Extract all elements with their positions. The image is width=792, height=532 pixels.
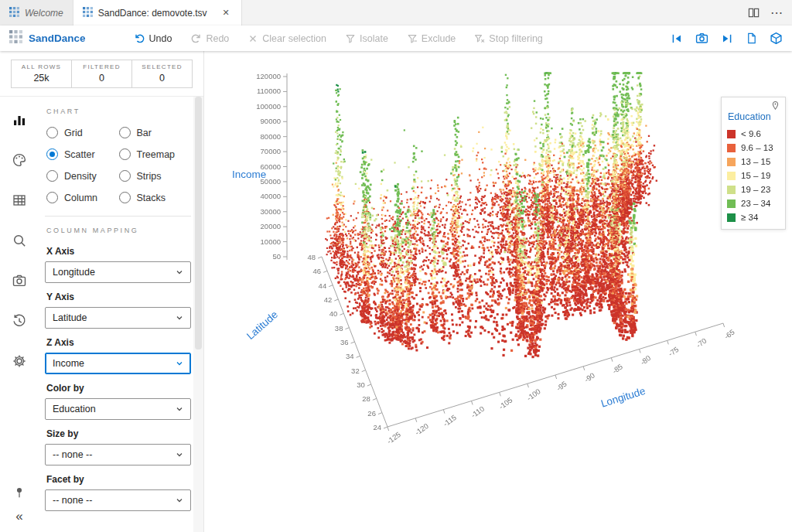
legend-swatch xyxy=(727,158,736,166)
app-window: Welcome SandDance: demovote.tsv ✕ ⋯ Sand… xyxy=(0,0,792,532)
chart-type-option-column[interactable]: Column xyxy=(46,192,119,203)
stop-filtering-icon xyxy=(474,33,485,44)
legend-item[interactable]: ≥ 34 xyxy=(727,213,780,222)
chart-type-option-treemap[interactable]: Treemap xyxy=(119,148,192,160)
redo-button[interactable]: Redo xyxy=(190,32,229,44)
chart-area: Education < 9.6 9.6 – 13 13 – 15 15 – 19… xyxy=(204,51,792,532)
legend-swatch xyxy=(727,200,736,208)
app-header: SandDance Undo Redo Clear selection Isol… xyxy=(0,26,792,51)
pin-panel-icon[interactable] xyxy=(0,479,39,506)
legend-item[interactable]: 23 – 34 xyxy=(727,199,780,208)
chart-type-option-grid[interactable]: Grid xyxy=(46,127,119,138)
column-mapping-title: COLUMN MAPPING xyxy=(46,227,191,234)
sidebar-item-chart[interactable] xyxy=(0,100,39,140)
section-divider xyxy=(45,216,191,217)
undo-button[interactable]: Undo xyxy=(134,32,172,44)
x-axis-dropdown[interactable]: Longitude xyxy=(45,261,191,283)
z-axis-dropdown[interactable]: Income xyxy=(45,353,191,374)
close-tab-icon[interactable]: ✕ xyxy=(220,7,232,19)
z-axis-field: Z Axis Income xyxy=(45,337,191,374)
sidebar-icon-strip: « xyxy=(0,97,39,532)
chart-type-option-stacks[interactable]: Stacks xyxy=(119,192,192,203)
sidebar-item-color[interactable] xyxy=(0,140,39,180)
legend-swatch xyxy=(727,130,736,138)
sanddance-logo-icon xyxy=(9,7,19,19)
y-axis-field: Y Axis Latitude xyxy=(45,292,191,329)
editor-tab-bar: Welcome SandDance: demovote.tsv ✕ ⋯ xyxy=(0,0,792,26)
chart-type-option-density[interactable]: Density xyxy=(46,170,119,182)
y-axis-dropdown[interactable]: Latitude xyxy=(45,307,191,329)
filtered-stat: FILTERED 0 xyxy=(71,60,132,88)
chevron-down-icon xyxy=(176,496,183,504)
sidebar-item-snapshots[interactable] xyxy=(0,261,39,301)
sidebar-item-history[interactable] xyxy=(0,301,39,341)
panel-controls: CHART Grid Bar Scatter Treemap Density S… xyxy=(39,97,203,532)
facet-by-dropdown[interactable]: -- none -- xyxy=(45,489,191,511)
sidebar-item-search[interactable] xyxy=(0,220,39,261)
stop-filtering-button[interactable]: Stop filtering xyxy=(474,33,542,44)
legend-item[interactable]: 19 – 23 xyxy=(727,185,780,194)
tab-label: SandDance: demovote.tsv xyxy=(98,8,207,19)
isolate-filter-icon xyxy=(345,33,356,44)
tab-sanddance-demovote[interactable]: SandDance: demovote.tsv ✕ xyxy=(73,0,242,26)
clear-selection-button[interactable]: Clear selection xyxy=(248,33,326,44)
radio-icon xyxy=(119,148,131,160)
scrollbar-thumb[interactable] xyxy=(195,97,202,350)
legend-swatch xyxy=(727,186,736,194)
chart-3d-rotate-icon[interactable] xyxy=(770,32,783,45)
scatter-3d-canvas[interactable] xyxy=(204,51,792,532)
app-title: SandDance xyxy=(29,32,86,44)
legend-title: Education xyxy=(728,111,780,122)
isolate-button[interactable]: Isolate xyxy=(345,33,388,44)
color-by-field: Color by Education xyxy=(45,383,191,420)
main-toolbar: Undo Redo Clear selection Isolate Exclud… xyxy=(134,32,543,44)
size-by-field: Size by -- none -- xyxy=(45,428,191,466)
redo-icon xyxy=(190,32,202,44)
chevron-down-icon xyxy=(176,268,183,276)
legend-item[interactable]: 13 – 15 xyxy=(727,157,780,166)
sanddance-logo xyxy=(9,30,22,46)
sanddance-logo-icon xyxy=(83,7,93,19)
radio-icon xyxy=(46,148,58,160)
header-actions xyxy=(671,32,783,45)
radio-icon xyxy=(46,127,58,138)
selected-stat: SELECTED 0 xyxy=(131,60,193,88)
facet-by-field: Facet by -- none -- xyxy=(45,474,191,511)
legend-swatch xyxy=(727,144,736,152)
color-by-dropdown[interactable]: Education xyxy=(45,398,191,420)
camera-snapshot-icon[interactable] xyxy=(695,32,708,45)
tab-welcome[interactable]: Welcome xyxy=(0,0,73,26)
radio-icon xyxy=(46,170,58,182)
chart-type-option-strips[interactable]: Strips xyxy=(119,170,192,182)
panel-scrollbar[interactable] xyxy=(193,97,203,532)
side-panel: ALL ROWS 25k FILTERED 0 SELECTED 0 xyxy=(0,51,204,532)
split-editor-icon[interactable] xyxy=(748,7,760,19)
collapse-panel-icon[interactable]: « xyxy=(0,506,39,527)
radio-icon xyxy=(119,127,131,138)
legend-item[interactable]: 15 – 19 xyxy=(727,171,780,180)
chevron-down-icon xyxy=(176,405,183,413)
legend-swatch xyxy=(727,172,736,180)
snapshot-notes-icon[interactable] xyxy=(746,32,757,44)
exclude-button[interactable]: Exclude xyxy=(407,33,456,44)
radio-icon xyxy=(46,192,58,203)
chart-type-option-scatter[interactable]: Scatter xyxy=(46,148,119,160)
chart-type-option-bar[interactable]: Bar xyxy=(119,127,192,138)
legend-item[interactable]: < 9.6 xyxy=(727,129,780,138)
legend-swatch xyxy=(727,213,736,222)
tabbar-actions: ⋯ xyxy=(748,0,792,26)
legend-pin-icon[interactable] xyxy=(727,100,780,111)
sidebar-item-settings[interactable] xyxy=(0,341,39,381)
color-legend: Education < 9.6 9.6 – 13 13 – 15 15 – 19… xyxy=(721,97,786,230)
previous-snapshot-icon[interactable] xyxy=(671,32,683,45)
chart-section-title: CHART xyxy=(46,107,191,115)
radio-icon xyxy=(119,170,131,182)
next-snapshot-icon[interactable] xyxy=(721,32,733,45)
legend-item[interactable]: 9.6 – 13 xyxy=(727,143,780,152)
sidebar-item-data[interactable] xyxy=(0,180,39,220)
row-stats: ALL ROWS 25k FILTERED 0 SELECTED 0 xyxy=(0,51,203,97)
more-actions-icon[interactable]: ⋯ xyxy=(770,7,783,19)
undo-icon xyxy=(134,32,145,44)
x-axis-field: X Axis Longitude xyxy=(45,246,191,283)
size-by-dropdown[interactable]: -- none -- xyxy=(45,444,191,466)
